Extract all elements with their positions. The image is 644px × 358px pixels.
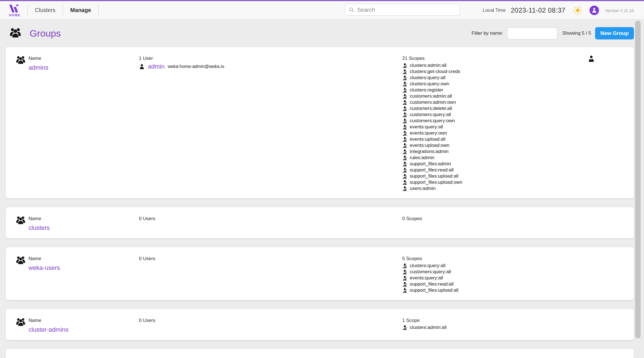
local-time-value: 2023-11-02 08:37 <box>511 6 565 14</box>
nav-divider <box>98 5 99 16</box>
scope-text: events:query:all <box>410 124 443 130</box>
scope-text: support_files:upload:all <box>410 287 458 293</box>
scope-text: rules:admin <box>410 155 434 161</box>
scope-text: clusters:register <box>410 87 443 93</box>
scope-row: customers:admin:all <box>402 93 587 99</box>
scope-text: clusters:query:all <box>410 263 446 269</box>
scope-row: clusters:admin:all <box>402 62 587 69</box>
scopes-holder: clusters:query:all customers:query:all e… <box>402 263 587 293</box>
microscope-icon <box>402 112 407 117</box>
group-name-link[interactable]: clusters <box>29 224 50 232</box>
scope-text: customers:query:own <box>410 118 455 124</box>
scope-text: support_files:read:all <box>410 281 454 287</box>
group-scopes-cell: 21 Scopes clusters:admin:all clusters:ge… <box>402 55 587 192</box>
top-bar: HOME Clusters Manage Local Time 2023-11-… <box>0 0 644 20</box>
filter-by-name-label: Filter by name: <box>472 30 503 36</box>
scope-row: support_files:upload:all <box>402 287 587 293</box>
scopes-count-label: 0 Scopes <box>402 216 587 222</box>
microscope-icon <box>402 275 407 281</box>
scope-text: clusters:admin:all <box>410 62 446 69</box>
showing-count: Showing 5 / 5 <box>562 30 591 36</box>
microscope-icon <box>402 155 407 160</box>
microscope-icon <box>402 168 407 173</box>
scopes-count-label: 5 Scopes <box>402 256 587 262</box>
avatar-user-icon <box>591 8 597 13</box>
user-avatar[interactable] <box>589 6 599 15</box>
group-users-cell: 0 Users <box>139 216 402 223</box>
scope-row: events:query:own <box>402 130 587 136</box>
page-title-wrap: Groups <box>8 27 61 39</box>
new-group-button[interactable]: New Group <box>595 27 634 39</box>
scope-row: users:admin <box>402 185 587 192</box>
scopes-holder: clusters:admin:all <box>402 324 587 331</box>
search-icon <box>349 7 355 13</box>
nav-item-clusters[interactable]: Clusters <box>28 7 63 13</box>
nav-item-manage[interactable]: Manage <box>63 7 98 13</box>
group-name-link[interactable]: admins <box>29 64 48 71</box>
scope-row: clusters:query:all <box>402 75 587 81</box>
microscope-icon <box>402 149 407 154</box>
microscope-icon <box>402 118 407 123</box>
microscope-icon <box>402 63 407 68</box>
microscope-icon <box>402 186 407 191</box>
group-admin-button[interactable] <box>588 55 595 62</box>
microscope-icon <box>402 180 407 185</box>
group-name-link[interactable]: cluster-admins <box>29 326 68 333</box>
microscope-icon <box>402 143 407 148</box>
group-name-cell: Name cluster-admins <box>29 317 139 333</box>
microscope-icon <box>402 161 407 166</box>
microscope-icon <box>402 269 407 274</box>
scope-row: clusters:query:own <box>402 81 587 87</box>
scope-row: customers:query:all <box>402 112 587 118</box>
groups-list: Name admins 1 User admin weka-home-admin… <box>0 47 644 358</box>
users-count-label: 0 Users <box>139 317 402 323</box>
scope-text: clusters:query:own <box>410 81 449 87</box>
theme-toggle[interactable] <box>573 6 582 15</box>
group-name-cell: Name clusters <box>29 216 139 232</box>
scope-text: customers:admin:own <box>410 99 456 105</box>
scope-text: events:query:all <box>410 275 443 281</box>
group-scopes-cell: 1 Scope clusters:admin:all <box>402 317 587 331</box>
microscope-icon <box>402 124 407 129</box>
scope-row: rules:admin <box>402 155 587 161</box>
microscope-icon <box>402 288 407 293</box>
logo-home-label: HOME <box>9 13 21 17</box>
scope-text: support_files:admin <box>410 161 451 167</box>
group-actions-cell <box>587 55 626 62</box>
scope-text: customers:delete:all <box>410 105 452 112</box>
global-search <box>345 4 460 16</box>
scopes-holder: clusters:admin:all clusters:get-cloud-cr… <box>402 62 587 192</box>
scrollbar-thumb[interactable] <box>635 21 641 338</box>
home-logo[interactable]: HOME <box>8 4 21 17</box>
filter-by-name-input[interactable] <box>507 27 557 39</box>
scope-text: customers:admin:all <box>410 93 452 99</box>
scope-row: clusters:query:all <box>402 263 587 269</box>
microscope-icon <box>402 137 407 142</box>
scope-text: clusters:query:all <box>410 75 446 81</box>
users-count-label: 0 Users <box>139 256 402 262</box>
scope-row: events:upload:own <box>402 142 587 149</box>
user-row: admin weka-home-admin@weka.io <box>139 63 402 70</box>
microscope-icon <box>402 174 407 179</box>
microscope-icon <box>402 94 407 99</box>
microscope-icon <box>402 325 407 330</box>
scope-text: customers:query:all <box>410 269 451 275</box>
microscope-icon <box>402 69 407 74</box>
microscope-icon <box>402 282 407 287</box>
group-card-icon-cell <box>15 256 29 266</box>
name-label: Name <box>29 216 139 222</box>
scope-row: clusters:register <box>402 87 587 93</box>
group-name-cell: Name weka-users <box>29 256 139 272</box>
group-users-cell: 0 Users <box>139 256 402 263</box>
scope-row: customers:query:all <box>402 269 587 275</box>
group-name-link[interactable]: weka-users <box>29 264 60 272</box>
user-name-link[interactable]: admin <box>148 63 165 70</box>
scope-text: events:upload:own <box>410 142 449 149</box>
scope-text: clusters:get-cloud-creds <box>410 69 460 75</box>
search-input[interactable] <box>357 7 456 13</box>
group-card: Name weka-users 0 Users 5 Scopes cluster… <box>6 247 634 300</box>
group-card-icon-cell <box>15 216 29 226</box>
weka-logo-icon <box>8 4 21 13</box>
microscope-icon <box>402 75 407 80</box>
group-card: Name clusters 0 Users 0 Scopes <box>6 207 634 238</box>
